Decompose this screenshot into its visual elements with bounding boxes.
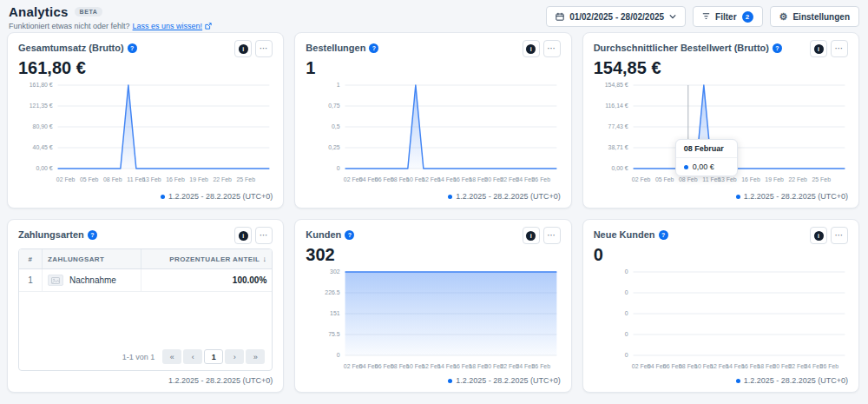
card-kunden: Kunden ? i ⋯ 302 302226.515175.5002 Feb0… xyxy=(294,219,571,393)
svg-text:05 Feb: 05 Feb xyxy=(655,176,674,182)
svg-text:121,35 €: 121,35 € xyxy=(30,103,53,109)
help-icon[interactable]: ? xyxy=(773,43,782,53)
column-header-zahlungsart[interactable]: ZAHLUNGSART xyxy=(42,249,141,268)
customers-chart[interactable]: 302226.515175.5002 Feb04 Feb06 Feb08 Feb… xyxy=(306,267,560,376)
pagination-page-button[interactable]: 1 xyxy=(204,349,223,364)
help-icon[interactable]: ? xyxy=(88,230,97,240)
svg-text:16 Feb: 16 Feb xyxy=(166,176,185,182)
row-number: 1 xyxy=(19,269,42,291)
legend-label: 1.2.2025 - 28.2.2025 (UTC+0) xyxy=(168,192,273,201)
payment-methods-table: # ZAHLUNGSART PROZENTUALER ANTEIL ↓ 1 Na… xyxy=(18,248,273,371)
help-icon[interactable]: ? xyxy=(128,43,137,53)
chart-area[interactable]: 0000002 Feb04 Feb06 Feb08 Feb10 Feb12 Fe… xyxy=(594,267,848,376)
settings-label: Einstellungen xyxy=(792,12,850,22)
ellipsis-icon: ⋯ xyxy=(835,231,845,240)
chart-legend: 1.2.2025 - 28.2.2025 (UTC+0) xyxy=(306,376,560,385)
svg-text:0,25: 0,25 xyxy=(328,144,340,150)
card-zahlungsarten: Zahlungsarten ? i ⋯ # ZAHLUNGSART PROZEN… xyxy=(7,219,284,393)
svg-text:16 Feb: 16 Feb xyxy=(741,176,760,182)
info-button[interactable]: i xyxy=(523,227,540,244)
chart-area[interactable]: 154,85 €116,14 €77,43 €38,71 €0,00 €02 F… xyxy=(594,80,848,189)
date-range-legend: 1.2.2025 - 28.2.2025 (UTC+0) xyxy=(18,376,273,385)
legend-dot xyxy=(736,379,740,383)
legend-label: 1.2.2025 - 28.2.2025 (UTC+0) xyxy=(744,192,848,201)
chart-legend: 1.2.2025 - 28.2.2025 (UTC+0) xyxy=(594,192,848,201)
table-header: # ZAHLUNGSART PROZENTUALER ANTEIL ↓ xyxy=(19,249,272,269)
chart-legend: 1.2.2025 - 28.2.2025 (UTC+0) xyxy=(594,376,848,385)
pagination-prev-button[interactable]: ‹ xyxy=(183,349,202,364)
help-icon[interactable]: ? xyxy=(369,43,378,53)
date-range-label: 01/02/2025 - 28/02/2025 xyxy=(569,12,664,22)
pagination: 1-1 von 1 « ‹ 1 › » xyxy=(19,344,272,370)
share-cell: 100.00% xyxy=(141,269,272,291)
svg-text:02 Feb: 02 Feb xyxy=(631,176,650,182)
chart-legend: 1.2.2025 - 28.2.2025 (UTC+0) xyxy=(306,192,560,201)
metric-value: 154,85 € xyxy=(594,58,848,78)
svg-text:0: 0 xyxy=(337,352,340,358)
column-header-anteil[interactable]: PROZENTUALER ANTEIL ↓ xyxy=(141,249,272,268)
context-menu-button[interactable]: ⋯ xyxy=(255,227,273,244)
help-icon[interactable]: ? xyxy=(659,230,668,240)
info-icon: i xyxy=(526,231,536,241)
svg-text:26 Feb: 26 Feb xyxy=(819,363,838,369)
tooltip-title: 08 Februar xyxy=(676,140,737,158)
svg-text:0,75: 0,75 xyxy=(328,103,340,109)
info-button[interactable]: i xyxy=(810,40,827,57)
date-range-button[interactable]: 01/02/2025 - 28/02/2025 xyxy=(546,6,686,27)
beta-badge: BETA xyxy=(75,7,103,17)
info-button[interactable]: i xyxy=(810,227,827,244)
svg-text:77,43 €: 77,43 € xyxy=(608,123,628,129)
pagination-label: 1-1 von 1 xyxy=(122,353,155,361)
pagination-first-button[interactable]: « xyxy=(162,349,181,364)
column-header-number[interactable]: # xyxy=(19,249,42,268)
card-title: Zahlungsarten xyxy=(18,229,84,240)
orders-chart[interactable]: 10,750,50,25002 Feb04 Feb06 Feb08 Feb10 … xyxy=(306,80,560,189)
page-header: Analytics BETA Funktioniert etwas nicht … xyxy=(0,0,868,32)
svg-text:116,14 €: 116,14 € xyxy=(605,103,628,109)
info-icon: i xyxy=(814,231,824,241)
svg-text:0,00 €: 0,00 € xyxy=(36,165,52,171)
pagination-next-button[interactable]: › xyxy=(225,349,244,364)
context-menu-button[interactable]: ⋯ xyxy=(831,40,848,57)
settings-button[interactable]: ⚙ Einstellungen xyxy=(770,6,859,27)
svg-text:0: 0 xyxy=(624,289,628,295)
svg-text:0,00 €: 0,00 € xyxy=(611,165,628,171)
svg-text:151: 151 xyxy=(330,310,340,316)
context-menu-button[interactable]: ⋯ xyxy=(543,227,561,244)
svg-text:0: 0 xyxy=(624,352,628,358)
svg-text:25 Feb: 25 Feb xyxy=(236,176,255,182)
help-icon[interactable]: ? xyxy=(345,230,354,240)
legend-dot xyxy=(736,195,740,199)
info-button[interactable]: i xyxy=(234,227,252,244)
context-menu-button[interactable]: ⋯ xyxy=(831,227,848,244)
context-menu-button[interactable]: ⋯ xyxy=(255,40,273,57)
metric-value: 0 xyxy=(594,245,848,265)
svg-text:0: 0 xyxy=(337,165,340,171)
svg-text:80,90 €: 80,90 € xyxy=(33,123,53,129)
info-button[interactable]: i xyxy=(523,40,540,57)
filter-button[interactable]: Filter 2 xyxy=(693,6,762,27)
sort-desc-icon: ↓ xyxy=(262,255,266,263)
chart-area[interactable]: 10,750,50,25002 Feb04 Feb06 Feb08 Feb10 … xyxy=(306,80,560,189)
chevron-down-icon xyxy=(669,14,676,19)
pagination-last-button[interactable]: » xyxy=(246,349,265,364)
svg-text:08 Feb: 08 Feb xyxy=(103,176,122,182)
card-gesamtumsatz: Gesamtumsatz (Brutto) ? i ⋯ 161,80 € 161… xyxy=(7,32,284,209)
info-icon: i xyxy=(239,44,248,54)
info-icon: i xyxy=(814,44,824,54)
calendar-icon xyxy=(556,12,564,21)
feedback-link[interactable]: Lass es uns wissen! xyxy=(133,22,203,30)
new-customers-chart[interactable]: 0000002 Feb04 Feb06 Feb08 Feb10 Feb12 Fe… xyxy=(594,267,848,376)
ellipsis-icon: ⋯ xyxy=(547,44,556,53)
legend-label: 1.2.2025 - 28.2.2025 (UTC+0) xyxy=(456,192,560,201)
context-menu-button[interactable]: ⋯ xyxy=(543,40,561,57)
ellipsis-icon: ⋯ xyxy=(547,231,556,240)
chart-area[interactable]: 161,80 €121,35 €80,90 €40,45 €0,00 €02 F… xyxy=(18,80,273,189)
info-button[interactable]: i xyxy=(234,40,252,57)
table-row: 1 Nachnahme 100.00% xyxy=(19,269,272,292)
subtitle: Funktioniert etwas nicht oder fehlt? Las… xyxy=(9,22,212,30)
chart-area[interactable]: 302226.515175.5002 Feb04 Feb06 Feb08 Feb… xyxy=(306,267,560,376)
svg-text:02 Feb: 02 Feb xyxy=(56,176,76,182)
revenue-chart[interactable]: 161,80 €121,35 €80,90 €40,45 €0,00 €02 F… xyxy=(18,80,273,189)
legend-dot xyxy=(448,195,452,199)
